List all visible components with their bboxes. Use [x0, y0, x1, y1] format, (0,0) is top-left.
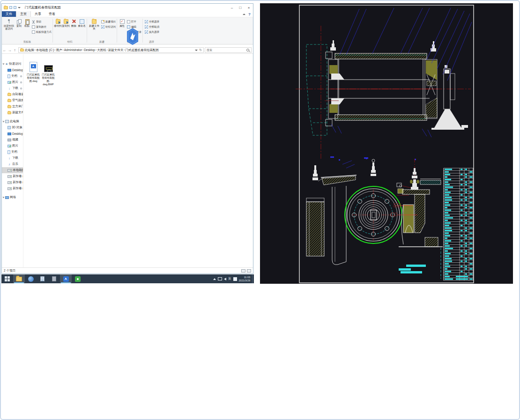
collapse-ribbon-icon[interactable]: [243, 14, 245, 15]
clock-date: 2021/3/29: [239, 279, 250, 282]
select-none-button[interactable]: 全部取消: [145, 25, 159, 29]
drive-icon: [7, 169, 12, 172]
sidebar-item-pc-9[interactable]: 新加卷 (E:): [2, 179, 23, 185]
copy-path-button[interactable]: 复制路径: [32, 25, 52, 29]
pictures-icon: [7, 81, 11, 84]
sidebar-section-network[interactable]: 网络: [2, 194, 23, 200]
sidebar-item-qa-3[interactable]: 下载: [2, 85, 23, 91]
window-title: 门式起重机卷筒组装配图: [25, 5, 61, 10]
file-list-pane[interactable]: 门式起重机卷筒组装配图.dwg门式起重机卷筒组装配图.dwg.BMP: [23, 54, 253, 267]
sidebar-item-qa-1[interactable]: 文档: [2, 73, 23, 79]
chevron-icon[interactable]: [3, 63, 5, 65]
rename-button[interactable]: 重命名: [78, 18, 86, 27]
select-all-button[interactable]: 全部选择: [145, 20, 159, 24]
sidebar-item-pc-10[interactable]: 新加卷 (F:): [2, 185, 23, 192]
breadcrumb-segment[interactable]: 新建文件夹: [108, 48, 124, 52]
sidebar-section-this-pc[interactable]: 此电脑: [2, 118, 23, 125]
delete-button[interactable]: 删除: [70, 18, 78, 27]
cut-button[interactable]: 剪切: [32, 20, 52, 24]
paste-shortcut-button[interactable]: 粘贴快捷方式: [32, 30, 52, 34]
copy-to-button[interactable]: 复制到: [62, 18, 70, 27]
breadcrumb-segment[interactable]: 此电脑: [25, 48, 34, 52]
sidebar-item-pc-3[interactable]: 图片: [2, 143, 23, 149]
qat-button-icon[interactable]: [9, 6, 12, 9]
address-folder-icon: [20, 49, 24, 52]
maximize-button[interactable]: □: [236, 4, 245, 11]
breadcrumb-segment[interactable]: 用户: [56, 48, 62, 52]
sidebar-item-qa-5[interactable]: 空气能热水器图纸: [2, 97, 23, 103]
help-icon[interactable]: ?: [248, 12, 251, 16]
close-button[interactable]: ×: [245, 4, 253, 11]
list-view-icon[interactable]: [241, 269, 245, 273]
title-bar[interactable]: 门式起重机卷筒组装配图 – □ ×: [2, 4, 253, 11]
taskbar-app-notepad[interactable]: [37, 274, 48, 283]
back-button[interactable]: ←: [2, 48, 7, 52]
tray-expand-icon[interactable]: [213, 278, 216, 280]
easy-access-button[interactable]: 轻松访问: [101, 25, 116, 29]
taskbar-app-green-app[interactable]: [72, 274, 83, 283]
file-tile-dwg[interactable]: 门式起重机卷筒组装配图.dwg: [26, 60, 40, 83]
new-folder-button[interactable]: 新建文件夹: [88, 18, 100, 30]
taskbar-app-browser[interactable]: [25, 274, 37, 283]
sidebar-section-quick-access[interactable]: 快速访问: [2, 61, 23, 67]
taskbar-app-file-explorer[interactable]: [13, 274, 25, 283]
invert-selection-button[interactable]: 反向选择: [145, 30, 159, 34]
chevron-icon[interactable]: [3, 121, 5, 122]
sidebar-item-qa-0[interactable]: Desktop: [2, 67, 23, 73]
forward-button[interactable]: →: [7, 48, 12, 52]
sidebar-item-pc-6[interactable]: 音乐: [2, 161, 23, 167]
sidebar-item-pc-2[interactable]: 视频: [2, 137, 23, 143]
show-desktop-button[interactable]: [252, 274, 253, 283]
qat-customize-chevron-icon[interactable]: [18, 7, 21, 8]
tab-view[interactable]: 查看: [45, 11, 59, 17]
start-button[interactable]: [1, 274, 13, 283]
sidebar-item-qa-4[interactable]: 自制卷扬机的装配图: [2, 91, 23, 97]
search-input[interactable]: [207, 49, 246, 52]
qat-button-icon[interactable]: [14, 6, 16, 9]
language-indicator[interactable]: 英: [228, 277, 231, 281]
tab-file[interactable]: 文件: [2, 11, 16, 17]
sidebar-item-pc-1[interactable]: Desktop: [2, 131, 23, 137]
taskbar-app-cad-viewer[interactable]: [60, 274, 72, 283]
sidebar-item-pc-0[interactable]: 3D 对象: [2, 125, 23, 131]
up-button[interactable]: ↑: [12, 48, 17, 52]
paste-button[interactable]: 粘贴: [23, 18, 31, 27]
tab-home[interactable]: 主页: [16, 11, 31, 17]
refresh-icon[interactable]: ↻: [200, 48, 202, 52]
move-to-button[interactable]: 移动到: [54, 18, 62, 27]
search-box[interactable]: [205, 47, 252, 53]
breadcrumb-segment[interactable]: Administrator: [64, 48, 82, 52]
address-dropdown-icon[interactable]: [195, 50, 198, 51]
display-icon[interactable]: [218, 277, 222, 280]
sidebar-item-pc-8[interactable]: 新加卷 (D:): [2, 173, 23, 179]
breadcrumb-segment[interactable]: Desktop: [84, 48, 95, 52]
ime-icon[interactable]: [233, 277, 237, 281]
sidebar-item-pc-5[interactable]: 下载: [2, 155, 23, 161]
bmp-file-icon: [44, 60, 53, 72]
pin-to-quick-access-button[interactable]: 固定到快速访问: [3, 18, 15, 30]
taskbar: 英11:032021/3/29: [1, 274, 254, 283]
new-item-button[interactable]: 新建项目: [101, 20, 116, 24]
sidebar-item-qa-7[interactable]: 新建文件夹: [2, 110, 23, 116]
tab-share[interactable]: 共享: [31, 11, 45, 17]
dwg-file-icon: [30, 60, 37, 72]
address-bar[interactable]: 此电脑›本地磁盘 (C:)›用户›Administrator›Desktop›大…: [18, 47, 204, 53]
sidebar-item-pc-4[interactable]: 文档: [2, 149, 23, 155]
taskbar-app-office[interactable]: [48, 274, 60, 283]
minimize-button[interactable]: –: [228, 4, 236, 11]
thumbnail-view-icon[interactable]: [247, 269, 251, 273]
chevron-icon[interactable]: [3, 197, 5, 198]
sidebar-item-qa-2[interactable]: 图片: [2, 79, 23, 85]
file-tile-bmp[interactable]: 门式起重机卷筒组装配图.dwg.BMP: [41, 60, 55, 86]
breadcrumb-segment[interactable]: 门式起重机卷筒组装配图: [126, 48, 159, 52]
taskbar-clock[interactable]: 11:032021/3/29: [239, 276, 250, 282]
breadcrumb-segment[interactable]: 大图纸: [97, 48, 106, 52]
breadcrumb-segment[interactable]: 本地磁盘 (C:): [36, 48, 54, 52]
copy-button[interactable]: 复制: [15, 18, 23, 27]
pinned-icon: [20, 81, 22, 83]
properties-button[interactable]: 属性: [118, 18, 126, 27]
open-button[interactable]: 打开: [127, 20, 141, 24]
sidebar-item-qa-6[interactable]: 立方米门图纸: [2, 103, 23, 110]
sidebar-item-pc-7[interactable]: 本地磁盘 (C:): [2, 167, 23, 173]
volume-icon[interactable]: [224, 278, 226, 280]
